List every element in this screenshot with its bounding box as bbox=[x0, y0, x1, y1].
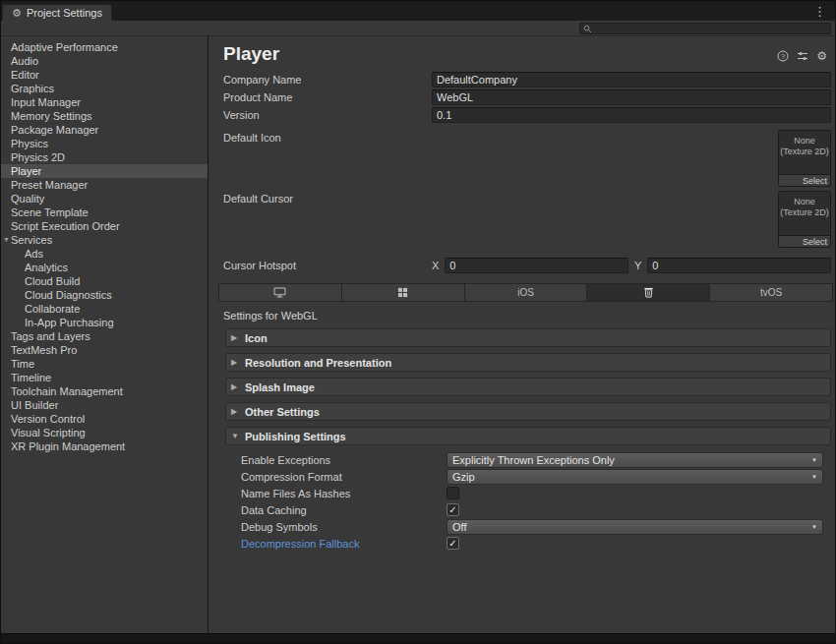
sidebar-item-script-execution-order[interactable]: Script Execution Order bbox=[1, 219, 208, 233]
default-icon-picker[interactable]: None (Texture 2D) Select bbox=[778, 130, 831, 187]
foldout-collapsed-icon: ▶ bbox=[231, 334, 241, 342]
sidebar-item-label: In-App Purchasing bbox=[25, 317, 114, 328]
enable-exceptions-dropdown[interactable]: Explicitly Thrown Exceptions Only▼ bbox=[447, 452, 823, 468]
services-expander-icon[interactable]: ▼ bbox=[3, 233, 10, 247]
platform-tab-ios[interactable]: iOS bbox=[465, 284, 587, 301]
sidebar-item-timeline[interactable]: Timeline bbox=[1, 371, 208, 384]
sidebar-item-ui-builder[interactable]: UI Builder bbox=[1, 398, 208, 412]
sidebar-item-label: Memory Settings bbox=[11, 110, 92, 122]
sidebar-item-label: Editor bbox=[11, 69, 39, 81]
platform-tab-standalone[interactable] bbox=[219, 284, 341, 301]
default-cursor-select-button[interactable]: Select bbox=[779, 235, 830, 247]
sidebar-item-input-manager[interactable]: Input Manager bbox=[1, 95, 208, 109]
data-caching-checkbox[interactable]: ✓ bbox=[447, 503, 459, 516]
hotspot-y-field[interactable]: 0 bbox=[647, 258, 831, 273]
main-panel: Player ? ⚙ Company Name DefaultCompany P… bbox=[209, 36, 835, 633]
default-icon-type-text: (Texture 2D) bbox=[779, 146, 830, 157]
default-icon-select-button[interactable]: Select bbox=[779, 174, 830, 186]
sidebar-item-player[interactable]: Player bbox=[1, 164, 208, 178]
dropdown-arrow-icon: ▼ bbox=[811, 457, 817, 463]
tab-project-settings[interactable]: ⚙ Project Settings bbox=[2, 4, 112, 21]
sidebar-item-physics[interactable]: Physics bbox=[1, 137, 208, 150]
default-cursor-label: Default Cursor bbox=[223, 193, 432, 205]
sidebar-item-editor[interactable]: Editor bbox=[1, 68, 208, 82]
sidebar-item-label: Package Manager bbox=[11, 124, 98, 136]
decompression-fallback-link-label[interactable]: Decompression Fallback bbox=[241, 538, 447, 550]
sidebar-item-cloud-diagnostics[interactable]: Cloud Diagnostics bbox=[1, 288, 208, 302]
product-name-value: WebGL bbox=[437, 91, 473, 103]
foldout-expanded-icon: ▼ bbox=[231, 433, 241, 440]
sidebar-item-adaptive-performance[interactable]: Adaptive Performance bbox=[1, 40, 208, 54]
company-name-label: Company Name bbox=[223, 74, 432, 86]
section-publishing-settings[interactable]: ▼Publishing Settings bbox=[225, 427, 831, 445]
sidebar-item-preset-manager[interactable]: Preset Manager bbox=[1, 178, 208, 192]
svg-text:?: ? bbox=[781, 52, 785, 61]
company-name-field[interactable]: DefaultCompany bbox=[432, 72, 831, 88]
sidebar-item-analytics[interactable]: Analytics bbox=[1, 261, 208, 274]
sidebar-item-services[interactable]: ▼Services bbox=[1, 233, 208, 247]
desktop-icon bbox=[273, 287, 286, 298]
settings-menu-gear-icon[interactable]: ⚙ bbox=[816, 50, 827, 62]
sidebar-item-visual-scripting[interactable]: Visual Scripting bbox=[1, 426, 208, 439]
hotspot-x-value: 0 bbox=[449, 260, 455, 271]
debug-symbols-label: Debug Symbols bbox=[241, 521, 447, 533]
sidebar-item-version-control[interactable]: Version Control bbox=[1, 412, 208, 426]
sidebar-item-collaborate[interactable]: Collaborate bbox=[1, 302, 208, 316]
preset-icon[interactable] bbox=[797, 50, 808, 62]
sidebar-item-label: TextMesh Pro bbox=[11, 344, 77, 356]
sidebar-item-textmesh-pro[interactable]: TextMesh Pro bbox=[1, 343, 208, 357]
compression-format-dropdown[interactable]: Gzip▼ bbox=[447, 469, 823, 485]
hotspot-y-value: 0 bbox=[652, 260, 658, 271]
platform-tab-label: iOS bbox=[517, 287, 534, 298]
kebab-menu-icon[interactable]: ⋮ bbox=[805, 4, 835, 19]
sidebar-item-package-manager[interactable]: Package Manager bbox=[1, 123, 208, 137]
sidebar-item-label: Analytics bbox=[25, 262, 68, 273]
cursor-hotspot-label: Cursor Hotspot bbox=[223, 260, 432, 271]
foldout-collapsed-icon: ▶ bbox=[231, 359, 241, 367]
sidebar-item-audio[interactable]: Audio bbox=[1, 54, 208, 68]
sidebar-item-scene-template[interactable]: Scene Template bbox=[1, 205, 208, 219]
sidebar-item-label: Toolchain Management bbox=[11, 385, 123, 397]
sidebar-item-label: Visual Scripting bbox=[11, 427, 86, 439]
sidebar-item-cloud-build[interactable]: Cloud Build bbox=[1, 274, 208, 288]
dropdown-arrow-icon: ▼ bbox=[811, 524, 817, 530]
name-files-as-hashes-checkbox[interactable] bbox=[447, 487, 459, 499]
sidebar-item-memory-settings[interactable]: Memory Settings bbox=[1, 109, 208, 123]
dropdown-value: Explicitly Thrown Exceptions Only bbox=[452, 454, 807, 466]
default-cursor-picker[interactable]: None (Texture 2D) Select bbox=[778, 191, 831, 248]
search-input[interactable] bbox=[595, 24, 827, 33]
sections: ▶Icon▶Resolution and Presentation▶Splash… bbox=[225, 328, 831, 552]
sidebar-item-time[interactable]: Time bbox=[1, 357, 208, 371]
sidebar-item-quality[interactable]: Quality bbox=[1, 192, 208, 205]
section-label: Splash Image bbox=[245, 381, 315, 393]
sidebar-item-xr-plugin-management[interactable]: XR Plugin Management bbox=[1, 439, 208, 453]
version-field[interactable]: 0.1 bbox=[432, 107, 831, 123]
decompression-fallback-checkbox[interactable]: ✓ bbox=[447, 537, 459, 550]
default-cursor-none-text: None bbox=[779, 197, 830, 207]
search-box[interactable] bbox=[579, 23, 831, 34]
foldout-collapsed-icon: ▶ bbox=[231, 383, 241, 391]
hotspot-x-field[interactable]: 0 bbox=[445, 258, 628, 273]
sidebar-item-physics-2d[interactable]: Physics 2D bbox=[1, 150, 208, 164]
section-other-settings[interactable]: ▶Other Settings bbox=[225, 402, 831, 421]
sidebar-item-label: Collaborate bbox=[25, 303, 80, 315]
sidebar-item-label: Ads bbox=[25, 248, 43, 260]
platform-tab-tvos[interactable]: tvOS bbox=[710, 284, 832, 301]
section-resolution-and-presentation[interactable]: ▶Resolution and Presentation bbox=[225, 353, 831, 372]
sidebar-item-in-app-purchasing[interactable]: In-App Purchasing bbox=[1, 316, 208, 329]
section-splash-image[interactable]: ▶Splash Image bbox=[225, 378, 831, 396]
sidebar-item-tags-and-layers[interactable]: Tags and Layers bbox=[1, 329, 208, 343]
product-name-field[interactable]: WebGL bbox=[432, 89, 831, 105]
setting-row-enable-exceptions: Enable ExceptionsExplicitly Thrown Excep… bbox=[225, 451, 831, 468]
platform-tab-webgl[interactable] bbox=[587, 284, 709, 301]
help-icon[interactable]: ? bbox=[777, 50, 789, 62]
sidebar-item-graphics[interactable]: Graphics bbox=[1, 82, 208, 95]
uwp-grid-icon bbox=[397, 287, 408, 298]
sidebar-item-label: Script Execution Order bbox=[11, 220, 120, 232]
section-icon[interactable]: ▶Icon bbox=[225, 328, 831, 347]
platform-tab-uwp[interactable] bbox=[342, 284, 464, 301]
sidebar-item-toolchain-management[interactable]: Toolchain Management bbox=[1, 384, 208, 398]
sidebar-item-ads[interactable]: Ads bbox=[1, 247, 208, 261]
debug-symbols-dropdown[interactable]: Off▼ bbox=[447, 519, 823, 535]
foldout-collapsed-icon: ▶ bbox=[231, 408, 241, 416]
